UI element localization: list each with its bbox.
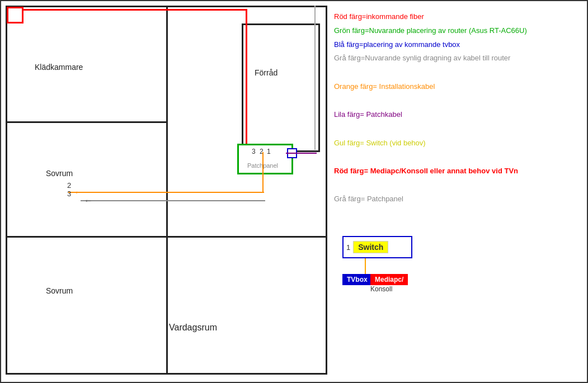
legend-item-1: Röd färg=inkommande fiber <box>334 11 583 23</box>
fiber-line-vertical <box>246 9 247 154</box>
canvas: 3 2 1 Patchpanel 2 ← 3 ← 1 Switch TVbox … <box>0 0 588 383</box>
mediapc-label: Mediapc/ <box>370 274 408 285</box>
red-corner-indicator <box>7 7 23 23</box>
legend-item-3: Blå färg=placering av kommande tvbox <box>334 39 583 51</box>
gray-h2 <box>81 200 265 201</box>
legend-item-4: Grå färg=Nuvarande synlig dragning av ka… <box>334 53 583 64</box>
orange-h1 <box>68 192 264 193</box>
legend-item-5: Orange färg= Installationskabel <box>334 81 583 93</box>
arrow-2-icon: ← <box>74 187 83 197</box>
legend-item-6: Lila färg= Patchkabel <box>334 109 583 121</box>
room-sovrum1: Sovrum <box>46 169 73 178</box>
legend-item-8: Röd färg= Mediapc/Konsoll eller annat be… <box>334 166 583 177</box>
tvbox-label: TVbox <box>342 274 372 285</box>
room-kladkammare: Klädkammare <box>35 63 83 72</box>
patch-num-3: 3 <box>252 148 256 155</box>
horizontal-divider-top <box>6 121 166 123</box>
horizontal-divider-mid <box>6 236 327 238</box>
num-label-3: 3 <box>67 190 71 198</box>
arrow-3-icon: ← <box>84 196 93 206</box>
switch-container: 1 Switch <box>342 236 412 258</box>
patch-num-1: 1 <box>267 148 271 155</box>
room-vardagsrum: Vardagsrum <box>169 323 217 333</box>
vertical-divider-main <box>166 6 168 375</box>
orange-v1 <box>262 152 264 192</box>
orange-down-vertical <box>365 258 366 275</box>
forrad-room-box <box>242 23 320 152</box>
switch-box: Switch <box>353 241 388 253</box>
gray-cable <box>314 6 316 150</box>
legend-item-9: Grå färg= Patchpanel <box>334 193 583 205</box>
room-forrad: Förråd <box>255 68 277 77</box>
purple-patchcable <box>286 153 317 154</box>
konsoll-label: Konsoll <box>370 285 392 293</box>
legend-box: Röd färg=inkommande fiber Grön färg=Nuva… <box>334 11 583 207</box>
legend-item-2: Grön färg=Nuvarande placering av router … <box>334 25 583 37</box>
router-box <box>237 144 293 174</box>
room-sovrum2: Sovrum <box>46 286 73 295</box>
num-label-2: 2 <box>67 181 71 190</box>
fiber-line-horizontal <box>22 9 246 11</box>
legend-item-7: Gul färg= Switch (vid behov) <box>334 138 583 149</box>
switch-port-num: 1 <box>346 243 350 252</box>
